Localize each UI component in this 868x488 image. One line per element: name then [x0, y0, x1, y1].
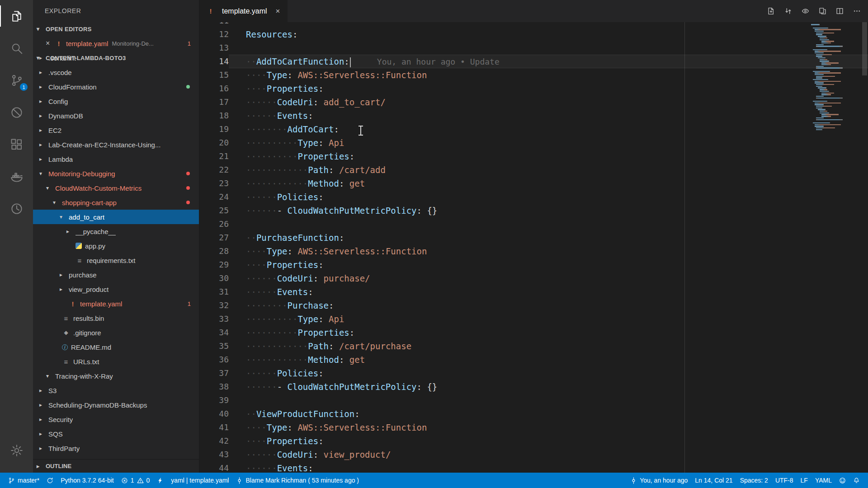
code-line-44[interactable]: 44······Events:: [199, 461, 868, 473]
status-feedback[interactable]: [835, 473, 849, 488]
code-line-14[interactable]: 14··AddToCartFunction:You, an hour ago •…: [199, 55, 868, 68]
chevron-right-icon[interactable]: ▸: [39, 84, 48, 90]
explorer-icon[interactable]: [0, 0, 33, 32]
chevron-right-icon[interactable]: ▸: [39, 141, 48, 148]
code-line-36[interactable]: 36············Method: get: [199, 353, 868, 366]
settings-icon[interactable]: [0, 434, 33, 466]
tree-item-purchase[interactable]: ▸purchase: [33, 267, 199, 282]
tree-item-s3[interactable]: ▸S3: [33, 383, 199, 398]
code-line-33[interactable]: 33··········Type: Api: [199, 312, 868, 326]
source-control-icon[interactable]: 1: [0, 64, 33, 96]
code-line-25[interactable]: 25······- CloudWatchPutMetricPolicy: {}: [199, 204, 868, 217]
tree-item-gitignore[interactable]: ◆.gitignore: [33, 325, 199, 340]
tree-item-thirdparty[interactable]: ▸ThirdParty: [33, 441, 199, 455]
tree-item-lambda[interactable]: ▸Lambda: [33, 152, 199, 166]
chevron-right-icon[interactable]: ▸: [39, 156, 48, 162]
code-line-13[interactable]: 13: [199, 41, 868, 55]
tree-item-lab-create-an-ec2-instance-using[interactable]: ▸Lab-Create-an-EC2-Instance-Using...: [33, 137, 199, 152]
chevron-right-icon[interactable]: ▸: [39, 387, 48, 394]
code-line-39[interactable]: 39: [199, 394, 868, 407]
code-line-38[interactable]: 38······- CloudWatchPutMetricPolicy: {}: [199, 380, 868, 394]
chevron-right-icon[interactable]: ▸: [39, 416, 48, 422]
chevron-down-icon[interactable]: ▾: [53, 199, 62, 206]
status-sync[interactable]: [43, 473, 57, 488]
status-gitlens-line-blame[interactable]: You, an hour ago: [627, 473, 691, 488]
chevron-down-icon[interactable]: ▾: [46, 373, 55, 379]
code-line-17[interactable]: 17······CodeUri: add_to_cart/: [199, 95, 868, 109]
code-line-32[interactable]: 32········Purchase:: [199, 299, 868, 312]
chevron-right-icon[interactable]: ▸: [39, 402, 48, 408]
code-line-26[interactable]: 26: [199, 217, 868, 231]
code-line-20[interactable]: 20··········Type: Api: [199, 136, 868, 150]
open-changes-icon[interactable]: [767, 7, 775, 15]
tree-item-tracing-with-x-ray[interactable]: ▾Tracing-with-X-Ray: [33, 369, 199, 383]
code-line-37[interactable]: 37······Policies:: [199, 366, 868, 380]
tree-item-cloudwatch-custom-metrics[interactable]: ▾CloudWatch-Custom-Metrics: [33, 181, 199, 195]
more-actions-icon[interactable]: [853, 7, 861, 15]
tree-item-add-to-cart[interactable]: ▾add_to_cart: [33, 210, 199, 224]
code-line-34[interactable]: 34··········Properties:: [199, 326, 868, 339]
status-eol[interactable]: LF: [797, 473, 811, 488]
tree-item-monitoring-debugging[interactable]: ▾Monitoring-Debugging: [33, 166, 199, 181]
tree-item-sqs[interactable]: ▸SQS: [33, 427, 199, 441]
open-changes-with-icon[interactable]: [819, 7, 826, 15]
code-line-29[interactable]: 29····Properties:: [199, 258, 868, 272]
open-editor-item[interactable]: × ! template.yaml Monitoring-De... 1: [33, 36, 199, 51]
code-line-21[interactable]: 21··········Properties:: [199, 150, 868, 163]
code-line-28[interactable]: 28····Type: AWS::Serverless::Function: [199, 244, 868, 258]
code-line-24[interactable]: 24······Policies:: [199, 190, 868, 204]
chevron-right-icon[interactable]: ▸: [39, 431, 48, 437]
tree-item-readme-md[interactable]: iREADME.md: [33, 340, 199, 354]
code-line-15[interactable]: 15····Type: AWS::Serverless::Function: [199, 68, 868, 82]
status-gitlens-file-blame[interactable]: Blame Mark Richman ( 53 minutes ago ): [232, 473, 363, 488]
tree-item-cloudformation[interactable]: ▸CloudFormation: [33, 80, 199, 94]
status-python-interpreter[interactable]: Python 3.7.2 64-bit: [57, 473, 118, 488]
chevron-down-icon[interactable]: ▾: [46, 185, 55, 191]
tree-item-app-py[interactable]: app.py: [33, 239, 199, 253]
chevron-right-icon[interactable]: ▸: [66, 228, 75, 235]
code-line-12[interactable]: 12Resources:: [199, 28, 868, 41]
tree-item-security[interactable]: ▸Security: [33, 412, 199, 427]
code-line-27[interactable]: 27··PurchaseFunction:: [199, 231, 868, 244]
code-line-31[interactable]: 31······Events:: [199, 285, 868, 299]
tree-item-dynamodb[interactable]: ▸DynamoDB: [33, 108, 199, 123]
scrollbar[interactable]: [861, 22, 868, 473]
tree-item-sonarlint[interactable]: ▸.sonarlint: [33, 51, 199, 65]
sonarlint-icon[interactable]: [0, 96, 33, 128]
tree-item-urls-txt[interactable]: ≡URLs.txt: [33, 354, 199, 369]
tree-item-results-bin[interactable]: ≡results.bin: [33, 311, 199, 325]
tree-item-vscode[interactable]: ▸.vscode: [33, 65, 199, 80]
code-line-18[interactable]: 18······Events:: [199, 109, 868, 122]
chevron-right-icon[interactable]: ▸: [39, 69, 48, 75]
outline-header[interactable]: ▸ OUTLINE: [33, 459, 199, 473]
tree-item-config[interactable]: ▸Config: [33, 94, 199, 108]
status-problems[interactable]: 10: [118, 473, 154, 488]
code-line-22[interactable]: 22············Path: /cart/add: [199, 163, 868, 177]
chevron-right-icon[interactable]: ▸: [39, 445, 48, 451]
tree-item-scheduling-dynamodb-backups[interactable]: ▸Scheduling-DynamoDB-Backups: [33, 398, 199, 412]
clock-icon[interactable]: [0, 192, 33, 225]
status-git-branch[interactable]: master*: [5, 473, 43, 488]
tree-item-ec2[interactable]: ▸EC2: [33, 123, 199, 137]
search-icon[interactable]: [0, 32, 33, 64]
tree-item-shopping-cart-app[interactable]: ▾shopping-cart-app: [33, 195, 199, 210]
toggle-blame-icon[interactable]: [802, 7, 809, 15]
code-line-41[interactable]: 41····Type: AWS::Serverless::Function: [199, 421, 868, 434]
code-editor[interactable]: 1112Resources:1314··AddToCartFunction:Yo…: [199, 22, 868, 473]
scrollbar-thumb[interactable]: [862, 22, 867, 75]
code-line-43[interactable]: 43······CodeUri: view_product/: [199, 448, 868, 461]
chevron-right-icon[interactable]: ▸: [39, 55, 48, 61]
open-editors-header[interactable]: ▾ OPEN EDITORS: [33, 22, 199, 36]
tab-template-yaml[interactable]: ! template.yaml ×: [199, 0, 288, 22]
tree-item-requirements-txt[interactable]: ≡requirements.txt: [33, 253, 199, 267]
code-line-19[interactable]: 19········AddToCart:: [199, 122, 868, 136]
split-editor-icon[interactable]: [836, 7, 844, 15]
extensions-icon[interactable]: [0, 128, 33, 160]
status-cursor-position[interactable]: Ln 14, Col 21: [691, 473, 736, 488]
code-line-30[interactable]: 30······CodeUri: purchase/: [199, 272, 868, 285]
code-line-16[interactable]: 16····Properties:: [199, 82, 868, 95]
status-prettier-zap[interactable]: [153, 473, 167, 488]
minimap[interactable]: [808, 22, 858, 473]
status-encoding[interactable]: UTF-8: [772, 473, 797, 488]
tree-item-template-yaml[interactable]: !template.yaml1: [33, 296, 199, 311]
